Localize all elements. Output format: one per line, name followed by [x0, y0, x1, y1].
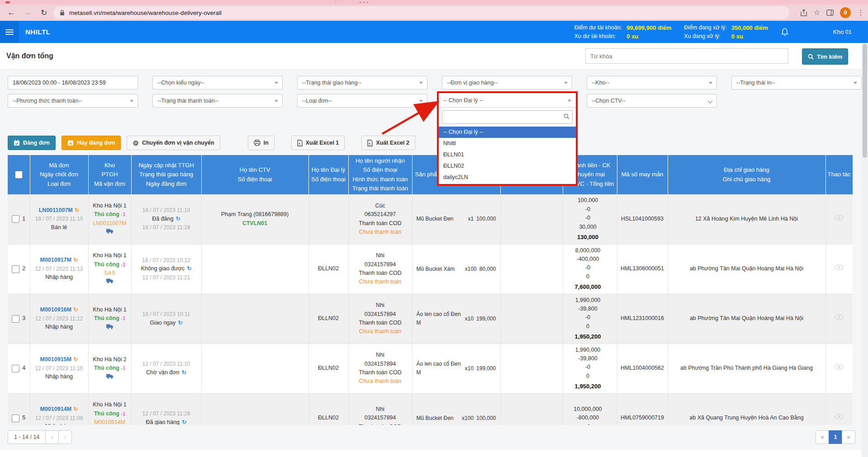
amount-line: -0 — [564, 363, 612, 372]
bookmark-star-icon[interactable]: ☆ — [814, 9, 820, 16]
actions-cell — [825, 244, 853, 294]
tab-dots — [360, 2, 370, 3]
address-cell: ab Xã Quang Trung Huyện Hoà An Cao Bằng — [668, 393, 825, 425]
refresh-icon[interactable]: ↻ — [175, 216, 180, 222]
refresh-icon[interactable]: ↻ — [73, 257, 78, 263]
payment-status: Chưa thanh toán — [349, 278, 412, 286]
header-line: Địa chỉ giao hàng — [669, 165, 825, 174]
product-price: 80,000 — [479, 265, 496, 273]
agent-search-input[interactable] — [442, 110, 573, 124]
agent-option[interactable]: dailyc2LN — [439, 172, 576, 183]
pagination-prev-button[interactable]: ‹ — [45, 430, 59, 444]
reload-icon[interactable]: ↻ — [37, 6, 51, 19]
refresh-icon[interactable]: ↻ — [178, 320, 182, 326]
eye-icon[interactable] — [835, 215, 844, 221]
scrollbar-thumb[interactable] — [863, 44, 867, 158]
agent-option[interactable]: ĐLLN02 — [439, 160, 576, 172]
keyword-search-input[interactable] — [585, 48, 788, 64]
cancel-post-button[interactable]: Hủy đăng đơn — [62, 136, 121, 150]
table-row: 1LN0011007M↻18 / 07 / 2023 11:10Bán lẻKh… — [8, 194, 853, 244]
scrollbar-track[interactable] — [862, 43, 868, 457]
side-panel-icon[interactable] — [826, 9, 834, 16]
search-icon — [808, 54, 814, 60]
product-qty: x100 — [465, 265, 477, 273]
eye-icon[interactable] — [835, 364, 844, 370]
row-select-cell: 3 — [8, 294, 30, 344]
pagination-page-1[interactable]: 1 — [829, 430, 842, 444]
row-select-cell: 2 — [8, 244, 30, 294]
order-code-link[interactable]: M0010915M — [40, 356, 72, 363]
amounts-cell: 100,000-0-030,000130,000 — [563, 194, 617, 244]
header-line: Thao tác — [826, 170, 852, 179]
receiver-phone: 0635214297 — [349, 210, 412, 219]
filter-select-row1-1[interactable]: --Trạng thái giao hàng-- — [297, 76, 427, 90]
filter-select-row2-0[interactable]: --Phương thức thanh toán-- — [8, 94, 138, 108]
filters-row1: --Chọn kiểu ngày----Trạng thái giao hàng… — [8, 76, 868, 90]
date-range-input[interactable] — [8, 76, 138, 90]
agent-select[interactable]: -- Chọn Đại lý -- — [439, 93, 576, 108]
eye-icon[interactable] — [835, 414, 844, 419]
row-checkbox[interactable] — [12, 415, 19, 422]
order-code-link[interactable]: M0010914M — [40, 406, 72, 412]
address-bar[interactable]: metasell.vn/meta/warehouse/warehouse-del… — [53, 6, 789, 19]
row-checkbox[interactable] — [12, 315, 19, 323]
forward-icon[interactable]: → — [21, 6, 34, 19]
select-all-checkbox[interactable] — [15, 171, 23, 179]
transfer-carrier-button[interactable]: ⚙ Chuyển đơn vị vận chuyển — [127, 136, 220, 150]
pagination-last-button[interactable]: » — [842, 430, 855, 444]
pagination-first-button[interactable]: « — [816, 430, 829, 444]
truck-wrap — [89, 228, 131, 236]
order-date: 12 / 07 / 2023 11:08 — [31, 414, 88, 423]
payment-method: Thanh toán COD — [349, 423, 412, 425]
warehouse-name[interactable]: Kho 01 — [833, 28, 852, 35]
truck-wrap — [89, 373, 131, 382]
post-order-button[interactable]: Đăng đơn — [8, 136, 56, 150]
agent-option[interactable]: -- Chọn Đại lý -- — [439, 127, 576, 138]
row-checkbox[interactable] — [12, 265, 19, 273]
refresh-icon[interactable]: ↻ — [181, 369, 186, 376]
back-icon[interactable]: ← — [5, 6, 18, 19]
refresh-icon[interactable]: ↻ — [73, 406, 78, 412]
filter-select-row2-1[interactable]: --Trạng thái thanh toán-- — [152, 94, 283, 108]
receiver-name: Cúc — [349, 202, 412, 210]
row-checkbox[interactable] — [12, 365, 19, 372]
row-checkbox[interactable] — [12, 215, 19, 223]
refresh-icon[interactable]: ↻ — [187, 265, 191, 272]
print-button[interactable]: In — [248, 136, 275, 150]
refresh-icon[interactable]: ↻ — [73, 356, 78, 363]
eye-icon[interactable] — [835, 264, 844, 270]
refresh-icon[interactable]: ↻ — [182, 419, 186, 425]
xu-balance-value: 0 xu — [626, 33, 671, 40]
filter-select-row1-3[interactable]: --Kho-- — [587, 76, 717, 90]
order-code-cell: M0010917M↻12 / 07 / 2023 11:13Nhập hàng — [30, 244, 88, 294]
order-code-link[interactable]: LN0011007M — [39, 207, 73, 213]
ctv-select[interactable]: --Chọn CTV-- — [587, 94, 717, 108]
agent-cell: ĐLLN02 — [308, 244, 348, 294]
agent-option[interactable]: ĐLLN01 — [439, 149, 576, 160]
export-excel1-button[interactable]: x Xuất Excel 1 — [291, 136, 345, 150]
menu-kebab-icon[interactable]: ⋮ — [857, 9, 864, 16]
product-line: Mũ Bucket Đenx1100,000 — [413, 215, 500, 223]
filter-select-row1-4[interactable]: --Trạng thái in-- — [731, 76, 862, 90]
amount-line: 100,000 — [564, 196, 612, 205]
agent-option[interactable]: Nhiltl — [439, 138, 576, 149]
ctv-cell — [201, 244, 308, 294]
pagination-next-button[interactable]: › — [58, 430, 72, 444]
share-icon[interactable] — [800, 9, 807, 16]
collapse-filters-icon[interactable]: « — [840, 54, 849, 58]
orders-table: Mã đơnNgày chốt đơnLoại đơnKhoPTGHMã vận… — [8, 155, 853, 425]
refresh-icon[interactable]: ↻ — [73, 306, 78, 313]
filter-select-row1-0[interactable]: --Chọn kiểu ngày-- — [152, 76, 283, 90]
order-code-link[interactable]: M0010916M — [40, 306, 72, 313]
refresh-icon[interactable]: ↻ — [75, 207, 79, 213]
eye-icon[interactable] — [835, 314, 844, 320]
bell-icon[interactable] — [781, 28, 789, 37]
update-date: 18 / 07 / 2023 11:10 — [132, 206, 201, 215]
profile-avatar[interactable]: 0 — [840, 7, 851, 18]
hamburger-menu[interactable] — [0, 21, 19, 43]
order-code-link[interactable]: M0010917M — [40, 257, 72, 263]
caret-down-icon — [564, 82, 568, 84]
payment-status: Chưa thanh toán — [349, 228, 412, 236]
filter-select-row1-2[interactable]: --Đơn vị giao hàng-- — [442, 76, 572, 90]
actions-cell — [825, 194, 853, 244]
